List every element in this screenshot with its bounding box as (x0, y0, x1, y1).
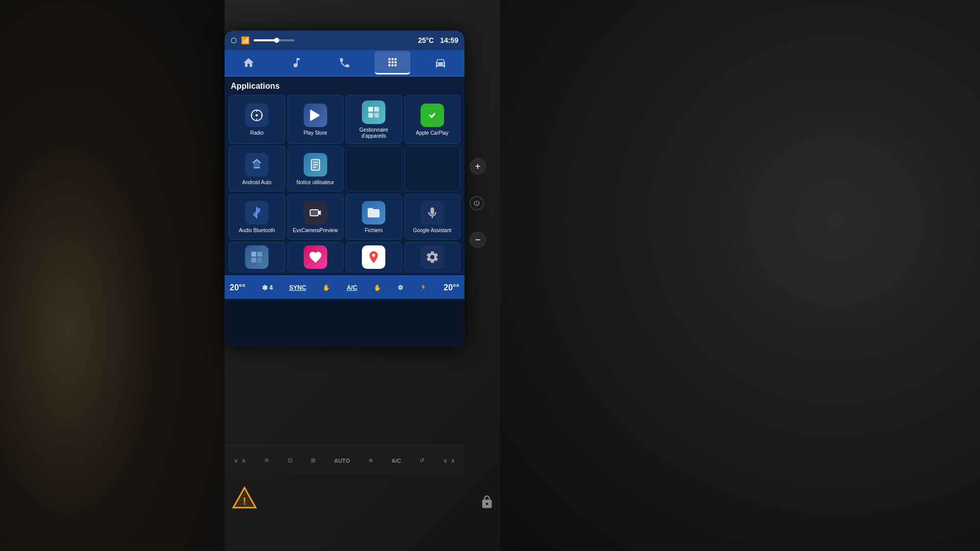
app-radio[interactable]: Radio (229, 95, 285, 144)
bg-right (500, 0, 980, 551)
climate-heat-left[interactable]: ✋ (323, 284, 330, 291)
ac-label: A/C (347, 284, 357, 291)
volume-minus-btn[interactable]: − (470, 232, 486, 248)
app-audiobluetooth-label: Audio Bluetooth (239, 228, 275, 234)
svg-rect-5 (374, 113, 379, 117)
climate-heat-right[interactable]: ✋ (374, 284, 381, 291)
volume-slider[interactable] (254, 39, 295, 41)
sync-label: SYNC (289, 284, 306, 291)
unknown1-icon (245, 245, 268, 269)
maps-icon (362, 245, 385, 269)
physical-controls: + − (470, 158, 486, 248)
nav-music[interactable] (279, 51, 314, 74)
lock-icon-btn[interactable] (480, 495, 494, 511)
bottom-auto-btn[interactable]: AUTO (334, 458, 350, 464)
car-background: ⬡ 📶 25°C 14:59 (0, 0, 980, 551)
app-notice-label: Notice utilisateur (297, 180, 334, 186)
temp-arrows-right[interactable]: ∨ ∧ (443, 457, 455, 464)
bottom-mode-icon[interactable]: ⊞ (311, 457, 315, 464)
androidauto-icon (245, 153, 268, 177)
climate-mode[interactable]: 🏃 (420, 284, 427, 291)
volume-plus-btn[interactable]: + (470, 158, 486, 174)
app-playstore[interactable]: Play Store (287, 95, 344, 144)
nav-apps[interactable] (375, 51, 410, 74)
svg-rect-15 (252, 258, 256, 262)
climate-temp-right[interactable]: 20°° (444, 283, 459, 292)
climate-recirculation[interactable]: ⚙ (398, 284, 403, 291)
svg-rect-4 (369, 113, 373, 117)
settings-icon (421, 245, 444, 269)
nav-home[interactable] (231, 51, 266, 74)
app-carplay-label: Apple CarPlay (416, 130, 449, 136)
app-fichiers[interactable]: Fichiers (346, 194, 402, 240)
climate-fan[interactable]: ❄ 4 (262, 284, 273, 292)
bottom-physical-panel: ∨ ∧ ❊ ⊡ ⊞ AUTO ≋ A/C ↺ ∨ ∧ (225, 445, 464, 475)
infotainment-screen: ⬡ 📶 25°C 14:59 (225, 31, 464, 347)
assistant-icon (421, 201, 444, 224)
app-pink[interactable] (287, 242, 344, 272)
nav-phone[interactable] (327, 51, 362, 74)
radio-icon (245, 104, 268, 127)
status-bar: ⬡ 📶 25°C 14:59 (225, 31, 464, 50)
fichiers-icon (362, 201, 385, 224)
svg-point-1 (256, 114, 258, 117)
app-empty-1 (346, 146, 402, 192)
evscamera-icon (304, 201, 327, 224)
app-audiobluetooth[interactable]: Audio Bluetooth (229, 194, 285, 240)
volume-knob (274, 38, 279, 43)
audiobluetooth-icon (245, 201, 268, 224)
svg-rect-3 (374, 107, 379, 112)
app-grid: Radio Play Store (229, 95, 460, 272)
app-maps[interactable] (346, 242, 402, 272)
climate-sync[interactable]: SYNC (289, 284, 306, 291)
status-left: ⬡ 📶 (231, 36, 295, 44)
temperature-display: 25°C (418, 36, 434, 44)
app-settings[interactable] (404, 242, 461, 272)
notice-icon (304, 153, 327, 177)
app-unknown1[interactable] (229, 242, 285, 272)
bottom-recirc-icon[interactable]: ↺ (420, 457, 424, 464)
status-right: 25°C 14:59 (418, 36, 458, 44)
bottom-fan-icon[interactable]: ❊ (264, 457, 269, 464)
pink-icon (304, 245, 327, 269)
app-radio-label: Radio (250, 130, 263, 136)
app-androidauto-label: Android Auto (242, 180, 272, 186)
app-evscamera[interactable]: EvsCameraPreview (287, 194, 344, 240)
svg-rect-13 (252, 252, 256, 257)
temp-arrows[interactable]: ∨ ∧ (234, 457, 246, 464)
nav-car[interactable] (423, 51, 458, 74)
app-androidauto[interactable]: Android Auto (229, 146, 285, 192)
app-carplay[interactable]: Apple CarPlay (404, 95, 461, 144)
app-empty-2 (404, 146, 461, 192)
gestionnaire-icon (362, 101, 385, 124)
climate-temp-left[interactable]: 20°° (230, 283, 246, 292)
main-content: Applications Radio (225, 77, 464, 276)
bt-icon: ⬡ (231, 36, 237, 44)
svg-rect-2 (369, 107, 373, 112)
nav-bar (225, 50, 464, 77)
app-gestionnaire-label: Gestionnaire d'appareils (351, 127, 397, 139)
svg-rect-11 (310, 210, 318, 216)
climate-bar: 20°° ❄ 4 SYNC ✋ A/C ✋ ⚙ 🏃 (225, 276, 464, 299)
playstore-icon (304, 104, 327, 127)
fan-level: 4 (270, 284, 273, 291)
app-gestionnaire[interactable]: Gestionnaire d'appareils (346, 95, 402, 144)
app-notice[interactable]: Notice utilisateur (287, 146, 344, 192)
app-assistant[interactable]: Google Assistant (404, 194, 461, 240)
app-fichiers-label: Fichiers (365, 228, 383, 234)
bottom-air-icon[interactable]: ≋ (369, 457, 373, 464)
wifi-icon: 📶 (241, 36, 250, 44)
time-display: 14:59 (440, 36, 458, 44)
carplay-icon (421, 104, 444, 127)
svg-text:!: ! (243, 495, 247, 507)
bg-left (0, 0, 225, 551)
volume-fill (254, 39, 277, 41)
bottom-defrost-icon[interactable]: ⊡ (288, 457, 292, 464)
power-btn[interactable] (470, 196, 484, 210)
svg-rect-14 (257, 252, 262, 257)
hazard-triangle-btn[interactable]: ! (232, 486, 257, 511)
section-title: Applications (229, 82, 460, 91)
climate-ac[interactable]: A/C (347, 284, 357, 291)
bottom-ac-btn[interactable]: A/C (391, 458, 401, 464)
app-assistant-label: Google Assistant (413, 228, 451, 234)
